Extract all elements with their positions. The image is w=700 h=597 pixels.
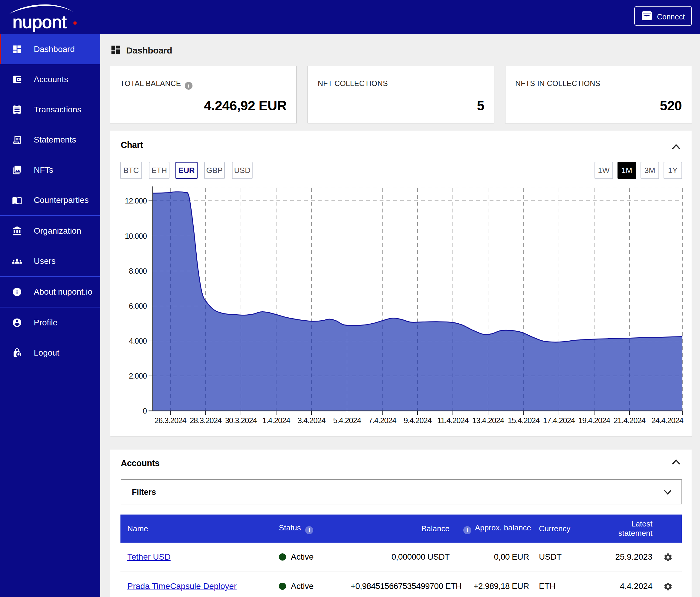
- svg-text:0: 0: [143, 406, 147, 415]
- svg-text:nupont: nupont: [12, 12, 67, 32]
- svg-text:6.000: 6.000: [129, 302, 147, 310]
- svg-text:24.4.2024: 24.4.2024: [651, 416, 683, 425]
- svg-text:1.4.2024: 1.4.2024: [262, 416, 290, 425]
- svg-text:19.4.2024: 19.4.2024: [578, 416, 610, 425]
- svg-text:12.000: 12.000: [125, 196, 147, 205]
- svg-text:13.4.2024: 13.4.2024: [472, 416, 504, 425]
- svg-text:15.4.2024: 15.4.2024: [508, 416, 540, 425]
- svg-text:4.000: 4.000: [129, 336, 147, 345]
- svg-text:8.000: 8.000: [129, 266, 147, 276]
- svg-text:7.4.2024: 7.4.2024: [368, 416, 396, 425]
- svg-text:9.4.2024: 9.4.2024: [403, 416, 432, 425]
- svg-text:28.3.2024: 28.3.2024: [190, 416, 222, 425]
- svg-text:30.3.2024: 30.3.2024: [225, 416, 257, 425]
- svg-text:11.4.2024: 11.4.2024: [437, 416, 469, 425]
- svg-text:26.3.2024: 26.3.2024: [154, 416, 186, 425]
- svg-text:10.000: 10.000: [125, 232, 147, 240]
- svg-text:5.4.2024: 5.4.2024: [333, 416, 361, 425]
- svg-text:17.4.2024: 17.4.2024: [543, 416, 575, 425]
- svg-text:2.000: 2.000: [129, 371, 147, 380]
- svg-text:3.4.2024: 3.4.2024: [297, 416, 325, 425]
- svg-text:21.4.2024: 21.4.2024: [614, 416, 646, 425]
